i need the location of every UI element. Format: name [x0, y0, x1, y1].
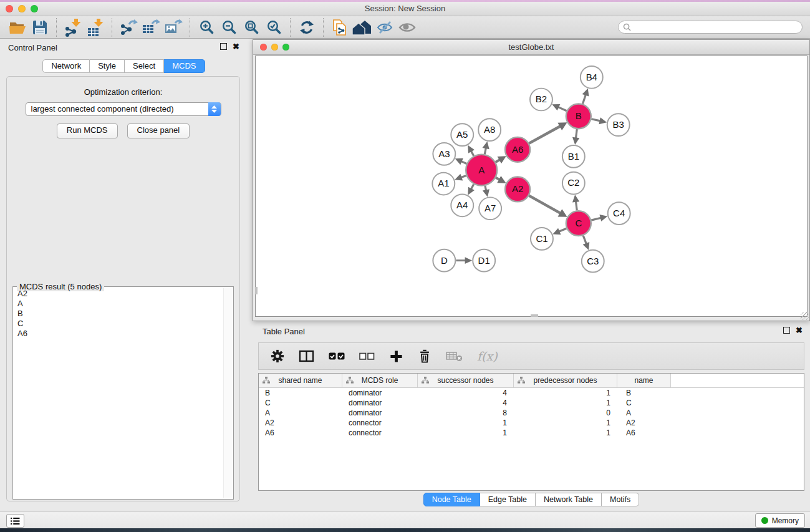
- cell-MCDS-role[interactable]: connector: [342, 418, 418, 428]
- zoom-window-button[interactable]: [31, 5, 38, 12]
- cell-predecessor-nodes[interactable]: 1: [514, 398, 617, 408]
- deselect-all-icon[interactable]: [359, 347, 375, 365]
- cell-shared-name[interactable]: A2: [259, 418, 342, 428]
- graph-node-B[interactable]: B: [566, 104, 591, 128]
- edge-A-A7[interactable]: [483, 186, 489, 197]
- float-panel-icon[interactable]: [220, 43, 227, 50]
- minimize-window-button[interactable]: [18, 5, 26, 12]
- tab-mcds[interactable]: MCDS: [164, 59, 205, 73]
- zoom-out-icon[interactable]: [218, 17, 240, 37]
- network-document-icon[interactable]: [329, 17, 351, 37]
- graph-node-A4[interactable]: A4: [451, 194, 473, 216]
- column-header-predecessor-nodes[interactable]: predecessor nodes: [514, 374, 617, 387]
- tab-network-table[interactable]: Network Table: [536, 493, 602, 506]
- result-item[interactable]: B: [15, 309, 231, 319]
- table-row[interactable]: Adominator80A: [259, 408, 804, 418]
- result-scrollbar[interactable]: [223, 288, 232, 498]
- table-row[interactable]: Bdominator41B: [259, 388, 804, 398]
- task-history-button[interactable]: [6, 514, 24, 528]
- edge-D-D1[interactable]: [456, 257, 472, 264]
- search-field[interactable]: [634, 22, 798, 32]
- edge-B-B4[interactable]: [582, 89, 589, 104]
- graph-node-C3[interactable]: C3: [582, 250, 604, 273]
- tab-node-table[interactable]: Node Table: [423, 493, 480, 506]
- edge-B-B2[interactable]: [552, 104, 566, 111]
- edge-A-A3[interactable]: [455, 158, 467, 165]
- run-mcds-button[interactable]: Run MCDS: [57, 123, 118, 138]
- edge-A-A1[interactable]: [455, 174, 466, 181]
- column-header-shared-name[interactable]: shared name: [259, 374, 342, 387]
- cell-shared-name[interactable]: B: [259, 388, 342, 398]
- graph-node-A5[interactable]: A5: [451, 123, 473, 146]
- cell-successor-nodes[interactable]: 4: [418, 388, 514, 398]
- cell-predecessor-nodes[interactable]: 1: [514, 388, 617, 398]
- result-item[interactable]: A: [15, 299, 231, 309]
- table-row[interactable]: A6connector11A6: [259, 428, 804, 438]
- zoom-in-icon[interactable]: [195, 17, 218, 37]
- memory-button[interactable]: Memory: [755, 513, 805, 528]
- edge-B-B3[interactable]: [591, 117, 607, 124]
- graph-node-B3[interactable]: B3: [607, 114, 630, 136]
- cell-successor-nodes[interactable]: 1: [418, 428, 514, 438]
- graph-node-D1[interactable]: D1: [473, 249, 495, 272]
- edge-A2-C[interactable]: [529, 196, 567, 217]
- tab-network[interactable]: Network: [42, 59, 90, 73]
- home-icon[interactable]: [351, 17, 374, 37]
- cell-MCDS-role[interactable]: connector: [342, 428, 418, 438]
- search-input[interactable]: [618, 21, 803, 34]
- edge-A-A6[interactable]: [496, 156, 506, 163]
- export-network-icon[interactable]: [117, 17, 140, 37]
- delete-selected-icon[interactable]: [418, 347, 432, 365]
- graph-node-C[interactable]: C: [566, 211, 591, 236]
- cell-predecessor-nodes[interactable]: 0: [514, 408, 617, 418]
- cell-shared-name[interactable]: C: [259, 398, 342, 408]
- resize-grip[interactable]: [801, 312, 809, 320]
- open-session-icon[interactable]: [6, 17, 29, 37]
- close-panel-button[interactable]: Close panel: [127, 123, 190, 138]
- graph-node-A[interactable]: A: [466, 155, 497, 186]
- edge-C-C1[interactable]: [552, 228, 566, 235]
- column-header-MCDS-role[interactable]: MCDS role: [342, 374, 418, 387]
- cell-MCDS-role[interactable]: dominator: [342, 398, 418, 408]
- export-table-icon[interactable]: [140, 17, 162, 37]
- graph-node-A3[interactable]: A3: [433, 143, 455, 165]
- network-window-titlebar[interactable]: testGlobe.txt: [253, 40, 809, 55]
- criterion-select[interactable]: largest connected component (directed): [26, 102, 221, 116]
- network-canvas[interactable]: AA1A2A3A4A5A6A7A8BB1B2B3B4CC1C2C3C4DD1: [255, 56, 808, 317]
- cell-name[interactable]: B: [617, 388, 671, 398]
- cell-predecessor-nodes[interactable]: 1: [514, 428, 617, 438]
- edge-B-B1[interactable]: [572, 129, 579, 145]
- edge-C-C4[interactable]: [591, 215, 607, 221]
- zoom-selected-icon[interactable]: [263, 17, 285, 37]
- edge-A6-B[interactable]: [529, 122, 567, 143]
- import-network-icon[interactable]: [62, 17, 84, 37]
- refresh-icon[interactable]: [296, 17, 318, 37]
- tab-select[interactable]: Select: [125, 59, 164, 73]
- edge-C-C2[interactable]: [572, 195, 579, 210]
- export-image-icon[interactable]: [162, 17, 185, 37]
- cell-MCDS-role[interactable]: dominator: [342, 408, 418, 418]
- graph-node-A8[interactable]: A8: [478, 118, 501, 141]
- graph-node-B4[interactable]: B4: [581, 66, 603, 89]
- cell-successor-nodes[interactable]: 8: [418, 408, 514, 418]
- cell-successor-nodes[interactable]: 4: [418, 398, 514, 408]
- cell-name[interactable]: C: [617, 398, 671, 408]
- graph-node-D[interactable]: D: [433, 249, 455, 272]
- table-row[interactable]: A2connector11A2: [259, 418, 804, 428]
- edge-A-A8[interactable]: [483, 142, 489, 155]
- cell-successor-nodes[interactable]: 1: [418, 418, 514, 428]
- save-session-icon[interactable]: [29, 17, 51, 37]
- cell-predecessor-nodes[interactable]: 1: [514, 418, 617, 428]
- network-minimize-button[interactable]: [271, 44, 278, 51]
- graph-node-A2[interactable]: A2: [505, 177, 530, 202]
- graph-node-A1[interactable]: A1: [432, 173, 455, 195]
- column-header-name[interactable]: name: [617, 374, 671, 387]
- tab-edge-table[interactable]: Edge Table: [480, 493, 536, 506]
- edge-A-A5[interactable]: [468, 145, 475, 156]
- zoom-fit-icon[interactable]: [240, 17, 263, 37]
- table-row[interactable]: Cdominator41C: [259, 398, 804, 408]
- cell-MCDS-role[interactable]: dominator: [342, 388, 418, 398]
- select-all-icon[interactable]: [329, 347, 345, 365]
- graph-node-A6[interactable]: A6: [505, 137, 530, 162]
- graph-node-C2[interactable]: C2: [562, 172, 585, 195]
